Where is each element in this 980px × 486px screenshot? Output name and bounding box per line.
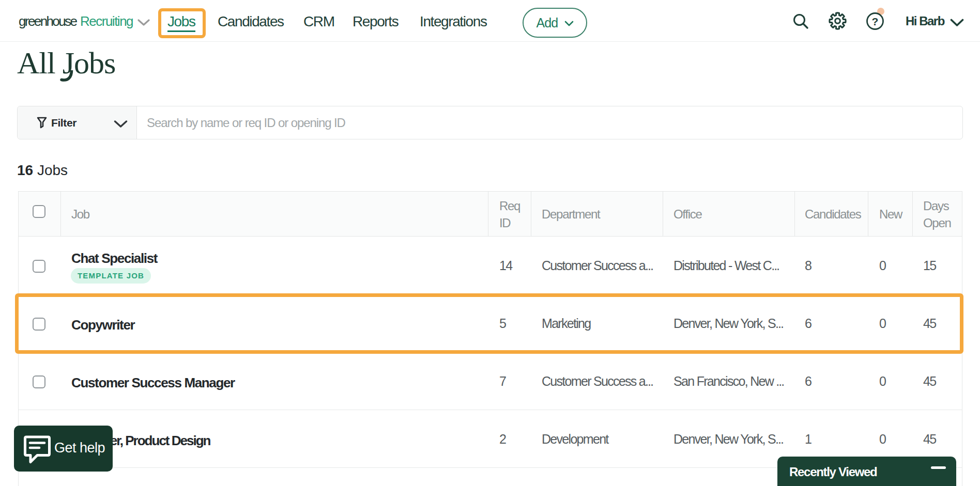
svg-text:?: ? [872,15,879,27]
